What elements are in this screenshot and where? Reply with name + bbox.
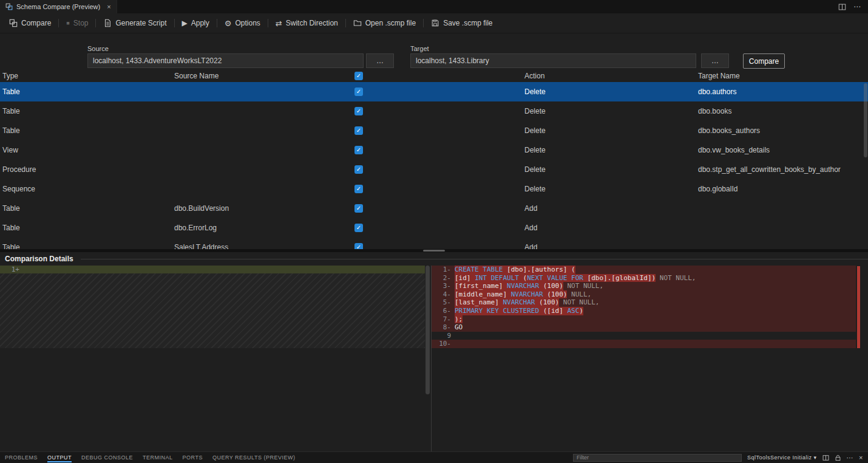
table-row[interactable]: Table ✓ Delete dbo.books (0, 101, 868, 121)
code-line: 6- PRIMARY KEY CLUSTERED ([id] ASC ) (432, 307, 856, 315)
cell-type: Table (0, 107, 172, 115)
tab-schema-compare[interactable]: Schema Compare (Preview) × (0, 0, 117, 13)
diff-source-pane[interactable]: 1+ (0, 266, 431, 452)
row-checkbox[interactable]: ✓ (354, 87, 363, 96)
tab-bar: Schema Compare (Preview) × ⋯ (0, 0, 868, 13)
check-icon: ✓ (356, 128, 361, 134)
line-number: 6- (432, 307, 455, 315)
save-scmp-button[interactable]: Save .scmp file (426, 13, 498, 33)
table-row[interactable]: Procedure ✓ Delete dbo.stp_get_all_cowri… (0, 160, 868, 179)
header-type[interactable]: Type (0, 72, 172, 80)
close-panel-icon[interactable]: × (859, 454, 863, 461)
tab-output[interactable]: OUTPUT (42, 452, 76, 463)
tab-title: Schema Compare (Preview) (16, 3, 100, 10)
header-include-checkbox-cell: ✓ (352, 72, 522, 80)
apply-button[interactable]: ▶ Apply (177, 13, 215, 33)
row-checkbox[interactable]: ✓ (354, 243, 363, 249)
check-icon: ✓ (356, 147, 361, 153)
grid-scrollbar[interactable] (864, 83, 867, 157)
gear-icon: ⚙ (225, 19, 232, 27)
diff-editor: 1+ 1- CREATE TABLE [dbo].[authors] ( 2- … (0, 266, 868, 452)
splitter-grip-icon (423, 250, 445, 252)
table-row[interactable]: View ✓ Delete dbo.vw_books_details (0, 140, 868, 160)
table-row[interactable]: Sequence ✓ Delete dbo.globalId (0, 179, 868, 199)
open-scmp-label: Open .scmp file (365, 19, 416, 27)
source-scrollbar[interactable] (426, 266, 430, 394)
compare-button[interactable]: Compare (4, 13, 56, 33)
header-action[interactable]: Action (522, 72, 696, 80)
switch-direction-label: Switch Direction (286, 19, 338, 27)
cell-target-name: dbo.globalId (696, 185, 868, 193)
switch-direction-button[interactable]: ⇄ Switch Direction (270, 13, 344, 33)
cell-type: Table (0, 126, 172, 135)
row-checkbox[interactable]: ✓ (354, 204, 363, 213)
tab-ports[interactable]: PORTS (178, 452, 208, 463)
cell-include: ✓ (352, 146, 522, 154)
row-checkbox[interactable]: ✓ (354, 126, 363, 135)
cell-include: ✓ (352, 87, 522, 96)
toolbar-separator (345, 19, 346, 27)
cell-target-name: dbo.books (696, 107, 868, 115)
tab-query-results[interactable]: QUERY RESULTS (PREVIEW) (208, 452, 300, 463)
cell-action: Delete (522, 107, 696, 115)
table-row[interactable]: Table ✓ Delete dbo.authors (0, 82, 868, 101)
toolbar-separator (58, 19, 59, 27)
more-actions-icon[interactable]: ⋯ (853, 3, 861, 10)
code-line: 2- [id] INT DEFAULT ( NEXT VALUE FOR [db… (432, 274, 856, 283)
tab-terminal[interactable]: TERMINAL (138, 452, 178, 463)
more-actions-icon[interactable]: ⋯ (847, 454, 854, 461)
output-filter-input[interactable] (573, 454, 742, 462)
toolbar-separator (423, 19, 424, 27)
table-row[interactable]: Table dbo.BuildVersion ✓ Add (0, 199, 868, 218)
row-checkbox[interactable]: ✓ (354, 185, 363, 193)
save-scmp-label: Save .scmp file (443, 19, 492, 27)
check-icon: ✓ (356, 166, 361, 173)
split-editor-icon[interactable] (838, 3, 846, 11)
switch-arrows-icon: ⇄ (276, 19, 282, 27)
code-line: 4- [middle_name] NVARCHAR (100) NULL, (432, 290, 856, 299)
line-number: 3- (432, 282, 455, 290)
apply-label: Apply (191, 19, 209, 27)
target-label: Target (410, 45, 429, 52)
tab-debug-console[interactable]: DEBUG CONSOLE (76, 452, 138, 463)
table-row[interactable]: Table ✓ Delete dbo.books_authors (0, 121, 868, 140)
run-compare-button[interactable]: Compare (743, 53, 785, 69)
target-input[interactable] (410, 53, 696, 68)
cell-type: Sequence (0, 185, 172, 193)
header-target-name[interactable]: Target Name (696, 72, 868, 80)
close-tab-icon[interactable]: × (107, 3, 110, 10)
row-checkbox[interactable]: ✓ (354, 165, 363, 174)
row-checkbox[interactable]: ✓ (354, 146, 363, 154)
cell-action: Add (522, 243, 696, 249)
lock-scroll-icon[interactable] (835, 454, 841, 461)
cell-type: Table (0, 204, 172, 213)
diff-target-pane[interactable]: 1- CREATE TABLE [dbo].[authors] ( 2- [id… (431, 266, 868, 452)
code-line: 3- [first_name] NVARCHAR (100) NOT NULL, (432, 282, 856, 290)
code-line: 8- GO (432, 323, 856, 332)
header-source-name[interactable]: Source Name (172, 72, 352, 80)
overview-ruler-removed-marks[interactable] (857, 266, 860, 348)
target-browse-button[interactable]: … (701, 53, 729, 68)
table-row[interactable]: Table SalesLT.Address ✓ Add (0, 238, 868, 249)
schema-compare-icon (5, 3, 13, 10)
source-browse-button[interactable]: … (366, 53, 394, 68)
options-button[interactable]: ⚙ Options (219, 13, 266, 33)
comparison-details-header: Comparison Details (0, 252, 868, 266)
cell-source-name: dbo.ErrorLog (172, 224, 352, 232)
include-all-checkbox[interactable]: ✓ (354, 72, 363, 80)
header-rule (81, 259, 868, 259)
columns-icon[interactable] (822, 454, 829, 461)
open-scmp-button[interactable]: Open .scmp file (348, 13, 421, 33)
row-checkbox[interactable]: ✓ (354, 224, 363, 232)
stop-button[interactable]: ■ Stop (61, 13, 93, 33)
code-line: 10- (432, 340, 856, 348)
check-icon: ✓ (356, 108, 361, 114)
source-input[interactable] (87, 53, 364, 68)
cell-include: ✓ (352, 243, 522, 249)
row-checkbox[interactable]: ✓ (354, 107, 363, 115)
code-line: 1- CREATE TABLE [dbo].[authors] ( (432, 266, 856, 274)
table-row[interactable]: Table dbo.ErrorLog ✓ Add (0, 218, 868, 238)
tab-problems[interactable]: PROBLEMS (0, 452, 42, 463)
generate-script-button[interactable]: Generate Script (98, 13, 172, 33)
output-channel-select[interactable]: SqlToolsService Initializ ▾ (747, 454, 817, 461)
